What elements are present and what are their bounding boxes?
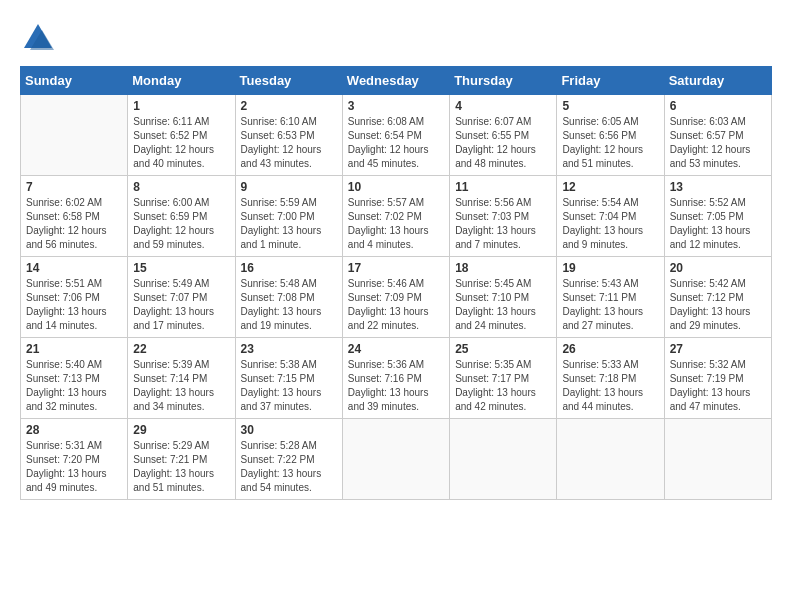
calendar-cell: 7Sunrise: 6:02 AMSunset: 6:58 PMDaylight… bbox=[21, 176, 128, 257]
calendar-week-row: 28Sunrise: 5:31 AMSunset: 7:20 PMDayligh… bbox=[21, 419, 772, 500]
day-info: Sunrise: 5:43 AMSunset: 7:11 PMDaylight:… bbox=[562, 277, 658, 333]
day-number: 16 bbox=[241, 261, 337, 275]
calendar-cell bbox=[342, 419, 449, 500]
calendar-cell: 17Sunrise: 5:46 AMSunset: 7:09 PMDayligh… bbox=[342, 257, 449, 338]
calendar-cell: 2Sunrise: 6:10 AMSunset: 6:53 PMDaylight… bbox=[235, 95, 342, 176]
day-info: Sunrise: 5:49 AMSunset: 7:07 PMDaylight:… bbox=[133, 277, 229, 333]
day-number: 3 bbox=[348, 99, 444, 113]
day-number: 19 bbox=[562, 261, 658, 275]
day-number: 26 bbox=[562, 342, 658, 356]
calendar-cell: 13Sunrise: 5:52 AMSunset: 7:05 PMDayligh… bbox=[664, 176, 771, 257]
day-info: Sunrise: 5:40 AMSunset: 7:13 PMDaylight:… bbox=[26, 358, 122, 414]
day-info: Sunrise: 5:28 AMSunset: 7:22 PMDaylight:… bbox=[241, 439, 337, 495]
day-info: Sunrise: 6:10 AMSunset: 6:53 PMDaylight:… bbox=[241, 115, 337, 171]
calendar-cell: 16Sunrise: 5:48 AMSunset: 7:08 PMDayligh… bbox=[235, 257, 342, 338]
calendar-cell: 28Sunrise: 5:31 AMSunset: 7:20 PMDayligh… bbox=[21, 419, 128, 500]
calendar-cell: 24Sunrise: 5:36 AMSunset: 7:16 PMDayligh… bbox=[342, 338, 449, 419]
day-info: Sunrise: 5:33 AMSunset: 7:18 PMDaylight:… bbox=[562, 358, 658, 414]
calendar-cell: 18Sunrise: 5:45 AMSunset: 7:10 PMDayligh… bbox=[450, 257, 557, 338]
day-info: Sunrise: 5:51 AMSunset: 7:06 PMDaylight:… bbox=[26, 277, 122, 333]
day-info: Sunrise: 5:39 AMSunset: 7:14 PMDaylight:… bbox=[133, 358, 229, 414]
day-number: 12 bbox=[562, 180, 658, 194]
calendar-cell: 12Sunrise: 5:54 AMSunset: 7:04 PMDayligh… bbox=[557, 176, 664, 257]
calendar: SundayMondayTuesdayWednesdayThursdayFrid… bbox=[20, 66, 772, 500]
calendar-cell: 22Sunrise: 5:39 AMSunset: 7:14 PMDayligh… bbox=[128, 338, 235, 419]
day-info: Sunrise: 6:05 AMSunset: 6:56 PMDaylight:… bbox=[562, 115, 658, 171]
day-number: 5 bbox=[562, 99, 658, 113]
calendar-cell: 25Sunrise: 5:35 AMSunset: 7:17 PMDayligh… bbox=[450, 338, 557, 419]
calendar-cell bbox=[21, 95, 128, 176]
day-number: 14 bbox=[26, 261, 122, 275]
day-info: Sunrise: 5:52 AMSunset: 7:05 PMDaylight:… bbox=[670, 196, 766, 252]
calendar-cell: 4Sunrise: 6:07 AMSunset: 6:55 PMDaylight… bbox=[450, 95, 557, 176]
calendar-week-row: 7Sunrise: 6:02 AMSunset: 6:58 PMDaylight… bbox=[21, 176, 772, 257]
day-number: 17 bbox=[348, 261, 444, 275]
header bbox=[20, 20, 772, 56]
day-info: Sunrise: 6:02 AMSunset: 6:58 PMDaylight:… bbox=[26, 196, 122, 252]
day-info: Sunrise: 5:42 AMSunset: 7:12 PMDaylight:… bbox=[670, 277, 766, 333]
day-number: 23 bbox=[241, 342, 337, 356]
calendar-cell: 14Sunrise: 5:51 AMSunset: 7:06 PMDayligh… bbox=[21, 257, 128, 338]
col-header-tuesday: Tuesday bbox=[235, 67, 342, 95]
day-info: Sunrise: 5:46 AMSunset: 7:09 PMDaylight:… bbox=[348, 277, 444, 333]
logo bbox=[20, 20, 62, 56]
day-info: Sunrise: 5:48 AMSunset: 7:08 PMDaylight:… bbox=[241, 277, 337, 333]
calendar-cell: 20Sunrise: 5:42 AMSunset: 7:12 PMDayligh… bbox=[664, 257, 771, 338]
calendar-cell: 15Sunrise: 5:49 AMSunset: 7:07 PMDayligh… bbox=[128, 257, 235, 338]
calendar-cell: 9Sunrise: 5:59 AMSunset: 7:00 PMDaylight… bbox=[235, 176, 342, 257]
day-info: Sunrise: 6:11 AMSunset: 6:52 PMDaylight:… bbox=[133, 115, 229, 171]
day-number: 1 bbox=[133, 99, 229, 113]
calendar-week-row: 21Sunrise: 5:40 AMSunset: 7:13 PMDayligh… bbox=[21, 338, 772, 419]
day-number: 7 bbox=[26, 180, 122, 194]
day-info: Sunrise: 5:29 AMSunset: 7:21 PMDaylight:… bbox=[133, 439, 229, 495]
day-number: 13 bbox=[670, 180, 766, 194]
calendar-week-row: 1Sunrise: 6:11 AMSunset: 6:52 PMDaylight… bbox=[21, 95, 772, 176]
day-info: Sunrise: 6:03 AMSunset: 6:57 PMDaylight:… bbox=[670, 115, 766, 171]
calendar-cell: 3Sunrise: 6:08 AMSunset: 6:54 PMDaylight… bbox=[342, 95, 449, 176]
day-number: 27 bbox=[670, 342, 766, 356]
day-number: 10 bbox=[348, 180, 444, 194]
day-info: Sunrise: 5:54 AMSunset: 7:04 PMDaylight:… bbox=[562, 196, 658, 252]
day-info: Sunrise: 5:31 AMSunset: 7:20 PMDaylight:… bbox=[26, 439, 122, 495]
day-number: 30 bbox=[241, 423, 337, 437]
col-header-monday: Monday bbox=[128, 67, 235, 95]
day-info: Sunrise: 6:08 AMSunset: 6:54 PMDaylight:… bbox=[348, 115, 444, 171]
day-number: 6 bbox=[670, 99, 766, 113]
calendar-cell: 29Sunrise: 5:29 AMSunset: 7:21 PMDayligh… bbox=[128, 419, 235, 500]
day-number: 2 bbox=[241, 99, 337, 113]
calendar-cell bbox=[450, 419, 557, 500]
calendar-cell: 26Sunrise: 5:33 AMSunset: 7:18 PMDayligh… bbox=[557, 338, 664, 419]
day-number: 11 bbox=[455, 180, 551, 194]
day-number: 8 bbox=[133, 180, 229, 194]
col-header-friday: Friday bbox=[557, 67, 664, 95]
col-header-saturday: Saturday bbox=[664, 67, 771, 95]
day-number: 9 bbox=[241, 180, 337, 194]
calendar-week-row: 14Sunrise: 5:51 AMSunset: 7:06 PMDayligh… bbox=[21, 257, 772, 338]
day-number: 15 bbox=[133, 261, 229, 275]
day-number: 24 bbox=[348, 342, 444, 356]
calendar-cell bbox=[557, 419, 664, 500]
calendar-header-row: SundayMondayTuesdayWednesdayThursdayFrid… bbox=[21, 67, 772, 95]
calendar-cell: 11Sunrise: 5:56 AMSunset: 7:03 PMDayligh… bbox=[450, 176, 557, 257]
day-number: 18 bbox=[455, 261, 551, 275]
day-info: Sunrise: 6:00 AMSunset: 6:59 PMDaylight:… bbox=[133, 196, 229, 252]
calendar-cell: 10Sunrise: 5:57 AMSunset: 7:02 PMDayligh… bbox=[342, 176, 449, 257]
calendar-cell: 19Sunrise: 5:43 AMSunset: 7:11 PMDayligh… bbox=[557, 257, 664, 338]
calendar-cell: 6Sunrise: 6:03 AMSunset: 6:57 PMDaylight… bbox=[664, 95, 771, 176]
day-info: Sunrise: 5:56 AMSunset: 7:03 PMDaylight:… bbox=[455, 196, 551, 252]
day-info: Sunrise: 5:45 AMSunset: 7:10 PMDaylight:… bbox=[455, 277, 551, 333]
calendar-cell: 8Sunrise: 6:00 AMSunset: 6:59 PMDaylight… bbox=[128, 176, 235, 257]
calendar-cell: 21Sunrise: 5:40 AMSunset: 7:13 PMDayligh… bbox=[21, 338, 128, 419]
logo-icon bbox=[20, 20, 56, 56]
day-number: 25 bbox=[455, 342, 551, 356]
day-number: 21 bbox=[26, 342, 122, 356]
day-info: Sunrise: 6:07 AMSunset: 6:55 PMDaylight:… bbox=[455, 115, 551, 171]
day-info: Sunrise: 5:59 AMSunset: 7:00 PMDaylight:… bbox=[241, 196, 337, 252]
day-info: Sunrise: 5:38 AMSunset: 7:15 PMDaylight:… bbox=[241, 358, 337, 414]
day-info: Sunrise: 5:36 AMSunset: 7:16 PMDaylight:… bbox=[348, 358, 444, 414]
calendar-cell: 27Sunrise: 5:32 AMSunset: 7:19 PMDayligh… bbox=[664, 338, 771, 419]
col-header-sunday: Sunday bbox=[21, 67, 128, 95]
day-number: 20 bbox=[670, 261, 766, 275]
calendar-cell: 5Sunrise: 6:05 AMSunset: 6:56 PMDaylight… bbox=[557, 95, 664, 176]
calendar-cell: 23Sunrise: 5:38 AMSunset: 7:15 PMDayligh… bbox=[235, 338, 342, 419]
